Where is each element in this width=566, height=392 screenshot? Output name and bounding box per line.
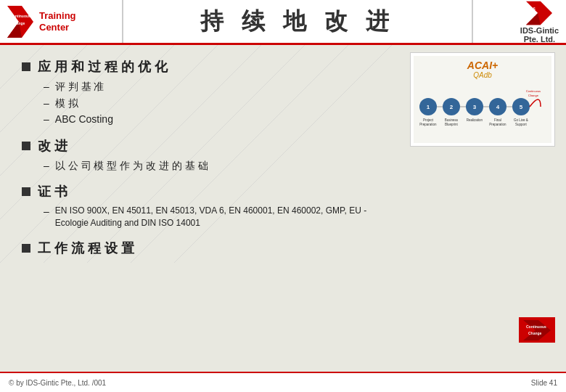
main-content: 应 用 和 过 程 的 优 化 – 评 判 基 准 – 模 拟 – ABC Co… <box>0 45 566 372</box>
section4-title: 工 作 流 程 设 置 <box>22 240 377 257</box>
section3-title: 证 书 <box>22 183 377 200</box>
slide-image: ACAI+ QAdb 1 Project Preparation 2 Busin… <box>410 52 555 147</box>
list-item: – 以 公 司 模 型 作 为 改 进 的 基 础 <box>44 159 377 173</box>
bullet-icon-2 <box>22 142 30 150</box>
logo-line1: Training <box>39 10 76 22</box>
svg-text:Change: Change <box>528 94 539 97</box>
training-center-label: Training Center <box>39 10 76 33</box>
svg-text:1: 1 <box>427 104 430 110</box>
dash-icon: – <box>44 159 49 173</box>
section3-items: – EN ISO 900X, EN 45011, EN 45013, VDA 6… <box>44 205 377 229</box>
logo-line2: Center <box>39 22 76 33</box>
content-area: 应 用 和 过 程 的 优 化 – 评 判 基 准 – 模 拟 – ABC Co… <box>0 45 399 372</box>
bullet-icon-4 <box>22 244 30 253</box>
continuous-change-logo-icon: Continuous Change <box>7 6 33 38</box>
svg-text:Change: Change <box>12 21 25 25</box>
page-title: 持 续 地 改 进 <box>123 0 472 43</box>
list-item: – 评 判 基 准 <box>44 80 377 94</box>
header-ids-section: IDS Gintic IDS-Gintic Pte. Ltd. <box>472 0 566 43</box>
ids-sub-text: Pte. Ltd. <box>520 35 559 44</box>
continuous-change-badge: Continuous Change <box>519 317 555 343</box>
svg-text:4: 4 <box>496 104 500 110</box>
svg-text:Change: Change <box>528 331 542 335</box>
dash-icon: – <box>44 97 49 111</box>
bullet-icon-3 <box>22 187 30 196</box>
svg-text:Continuous: Continuous <box>10 14 30 18</box>
dash-icon: – <box>44 80 49 94</box>
svg-text:Realization: Realization <box>467 118 483 122</box>
svg-text:2: 2 <box>450 104 454 110</box>
svg-text:Go Live &: Go Live & <box>514 118 528 122</box>
image-panel: ACAI+ QAdb 1 Project Preparation 2 Busin… <box>399 45 566 372</box>
ids-gintic-logo-icon: IDS Gintic <box>526 0 552 26</box>
footer-slide-number: Slide 41 <box>531 379 557 387</box>
section-applications: 应 用 和 过 程 的 优 化 – 评 判 基 准 – 模 拟 – ABC Co… <box>22 58 377 127</box>
svg-text:Business: Business <box>445 118 459 122</box>
list-item: – EN ISO 900X, EN 45011, EN 45013, VDA 6… <box>44 205 377 229</box>
svg-text:Blueprint: Blueprint <box>445 123 459 126</box>
svg-text:IDS: IDS <box>530 7 536 11</box>
ids-logo-box: IDS Gintic IDS-Gintic Pte. Ltd. <box>520 0 559 44</box>
footer: © by IDS-Gintic Pte., Ltd. /001 Slide 41 <box>0 372 566 392</box>
section-certificate: 证 书 – EN ISO 900X, EN 45011, EN 45013, V… <box>22 183 377 229</box>
header: Continuous Change Training Center 持 续 地 … <box>0 0 566 45</box>
svg-text:ACAI+: ACAI+ <box>467 60 498 71</box>
bullet-icon-1 <box>22 62 30 71</box>
svg-text:Preparation: Preparation <box>419 123 437 126</box>
content-inner: 应 用 和 过 程 的 优 化 – 评 判 基 准 – 模 拟 – ABC Co… <box>22 58 377 257</box>
section-improvement: 改 进 – 以 公 司 模 型 作 为 改 进 的 基 础 <box>22 137 377 173</box>
header-logo-section: Continuous Change Training Center <box>0 0 123 43</box>
acai-chart-svg: ACAI+ QAdb 1 Project Preparation 2 Busin… <box>414 56 551 143</box>
dash-icon: – <box>44 205 49 219</box>
section1-items: – 评 判 基 准 – 模 拟 – ABC Costing <box>44 80 377 127</box>
ids-name-text: IDS-Gintic <box>520 26 559 35</box>
svg-marker-45 <box>523 320 551 340</box>
svg-text:Continuous: Continuous <box>526 324 546 329</box>
svg-text:3: 3 <box>473 104 477 110</box>
svg-text:Project: Project <box>423 118 434 122</box>
footer-copyright: © by IDS-Gintic Pte., Ltd. /001 <box>9 379 106 387</box>
dash-icon: – <box>44 113 49 127</box>
svg-text:Continuous: Continuous <box>526 89 541 93</box>
svg-text:Preparation: Preparation <box>489 123 506 126</box>
list-item: – 模 拟 <box>44 97 377 111</box>
cc-badge-icon: Continuous Change <box>523 320 551 340</box>
svg-text:Gintic: Gintic <box>528 12 536 16</box>
section2-items: – 以 公 司 模 型 作 为 改 进 的 基 础 <box>44 159 377 173</box>
svg-text:QAdb: QAdb <box>473 71 492 79</box>
section2-title: 改 进 <box>22 137 377 155</box>
svg-text:Final: Final <box>494 118 501 122</box>
svg-text:5: 5 <box>520 104 523 110</box>
section1-title: 应 用 和 过 程 的 优 化 <box>22 58 377 75</box>
section-workflow: 工 作 流 程 设 置 <box>22 240 377 257</box>
svg-text:Support: Support <box>515 123 528 126</box>
list-item: – ABC Costing <box>44 113 377 127</box>
